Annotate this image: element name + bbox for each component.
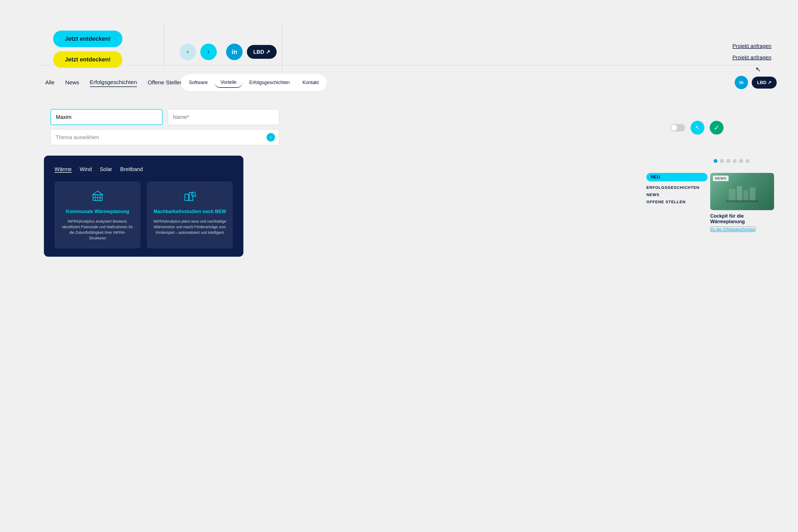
filter-offene-stellen[interactable]: Offene Stellen [148,78,183,87]
filter-news[interactable]: News [65,78,79,87]
dot-1[interactable] [714,159,717,163]
separator-line-1 [37,65,761,65]
nav-kontakt[interactable]: Kontakt [297,78,324,88]
dark-card-2-title: Machbarkeitsstudien nach BEW [153,209,226,214]
projekt-anfragen-button-2[interactable]: Projekt anfragen [732,55,772,61]
dark-card-1-text: INFRA|Analytics analysiert Bestand, iden… [61,218,134,241]
news-card-title: Cockpit für die Wärmeplanung [710,213,777,225]
kommunale-icon [91,189,104,205]
form-row-1 [51,109,279,125]
news-badge: NEWS [713,175,728,181]
check-circle-button[interactable]: ✓ [710,121,723,135]
news-card-section: NEWS Cockpit für die Wärmeplanung Zu den… [710,173,777,232]
dot-5[interactable] [739,159,743,163]
neu-badge: NEU [646,173,707,182]
dark-card-1-title: Kommunale Wärmeplanung [66,209,129,214]
svg-rect-10 [729,189,736,201]
linkedin-icon: in [231,48,237,56]
dark-sub-card-2: Machbarkeitsstudien nach BEW INFRA|Analy… [147,182,233,248]
nav-right-section: Software Vorteile Erfolgsgeschichten Kon… [181,72,777,93]
svg-rect-5 [185,194,189,201]
form-section: Thema auswählen › [45,104,285,152]
category-offene-stellen[interactable]: OFFENE STELLEN [646,200,707,204]
cursor-circle-button[interactable]: ↖ [690,121,704,135]
linkedin-nav-button[interactable]: in [735,76,748,89]
arrow-right-icon: › [208,49,209,55]
dark-cards-row: Kommunale Wärmeplanung INFRA|Analytics a… [55,182,233,248]
machbarkeit-icon [183,189,196,205]
news-image-wrapper: NEWS [710,173,774,210]
dot-3[interactable] [726,159,730,163]
nav-pill-container: Software Vorteile Erfolgsgeschichten Kon… [181,74,327,91]
lbd-top-button[interactable]: LBD ↗ [247,45,277,59]
nav-software[interactable]: Software [183,78,214,88]
dot-4[interactable] [733,159,737,163]
linkedin-button[interactable]: in [226,44,243,60]
nav-right-icons: in LBD ↗ [735,76,777,89]
carousel-next-button[interactable]: › [200,44,217,60]
lbd-nav-button[interactable]: LBD ↗ [752,77,777,89]
theme-select[interactable]: Thema auswählen [51,129,279,145]
filter-alle[interactable]: Alle [45,78,55,87]
check-icon: ✓ [714,124,720,132]
dots-pagination [705,156,758,166]
svg-point-8 [191,192,195,196]
nav-erfolgsgeschichten[interactable]: Erfolgsgeschichten [243,78,296,88]
toggles-section: ↖ ✓ [670,114,740,141]
dark-tab-solar[interactable]: Solar [100,166,112,173]
projekt-anfragen-button-1[interactable]: Projekt anfragen [732,43,772,49]
news-card-link[interactable]: Zu den Erfolgsgeschichten [710,227,756,232]
svg-rect-14 [726,200,758,202]
firstname-input[interactable] [51,109,163,125]
arrow-left-icon: ‹ [187,49,189,55]
category-news[interactable]: NEWS [646,192,707,197]
filter-erfolgsgeschichten[interactable]: Erfolgsgeschichten [90,78,137,87]
dot-2[interactable] [720,159,724,163]
dark-tab-breitband[interactable]: Breitband [120,166,143,173]
dark-card-2-text: INFRA|Analytics plant neue und nachhalti… [153,218,226,235]
dark-card-tabs: Wärme Wind Solar Breitband [55,166,233,173]
linkedin-nav-icon: in [739,80,743,86]
nav-vorteile[interactable]: Vorteile [215,77,242,88]
svg-rect-11 [737,186,742,201]
dark-sub-card-1: Kommunale Wärmeplanung INFRA|Analytics a… [55,182,140,248]
svg-line-9 [195,196,196,197]
categories-section: NEU ERFOLGSGESCHICHTEN NEWS OFFENE STELL… [646,173,707,204]
dark-tab-waerme[interactable]: Wärme [55,166,72,173]
cursor-circle-icon: ↖ [695,124,700,131]
discover-cyan-button[interactable]: Jetzt entdecken! [53,31,122,47]
toggle-switch[interactable] [670,124,685,131]
theme-select-wrapper: Thema auswählen › [51,129,279,145]
dark-tab-wind[interactable]: Wind [79,166,92,173]
svg-rect-12 [743,190,748,201]
lastname-input[interactable] [168,109,279,125]
toggle-knob [671,125,677,131]
category-erfolgsgeschichten[interactable]: ERFOLGSGESCHICHTEN [646,185,707,190]
dark-card-section: Wärme Wind Solar Breitband Kommunale Wär… [44,156,243,257]
carousel-prev-button[interactable]: ‹ [179,44,196,60]
dot-6[interactable] [746,159,749,163]
svg-rect-13 [749,188,756,201]
